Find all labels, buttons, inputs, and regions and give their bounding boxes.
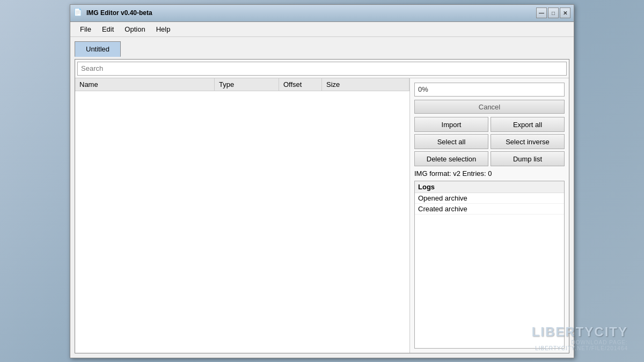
progress-value: 0% (418, 85, 428, 93)
col-header-type: Type (215, 78, 279, 91)
col-header-name: Name (75, 78, 215, 91)
cancel-button[interactable]: Cancel (414, 100, 565, 114)
title-bar: 📄 IMG Editor v0.40-beta — □ ✕ (70, 5, 574, 22)
close-button[interactable]: ✕ (560, 8, 570, 18)
col-header-size: Size (322, 78, 409, 91)
right-panel: 0% Cancel Import Export all Select all S… (410, 78, 569, 353)
menu-bar: File Edit Option Help (70, 22, 574, 37)
minimize-button[interactable]: — (536, 8, 547, 18)
main-window: 📄 IMG Editor v0.40-beta — □ ✕ File Edit … (70, 4, 574, 358)
progress-bar: 0% (414, 83, 565, 97)
img-info: IMG format: v2 Entries: 0 (414, 169, 565, 178)
maximize-button[interactable]: □ (548, 8, 559, 18)
logs-header: Logs (415, 181, 564, 193)
tab-untitled[interactable]: Untitled (75, 41, 121, 57)
panels-row: Name Type Offset Size 0% (75, 78, 569, 353)
app-icon: 📄 (74, 8, 83, 18)
delete-selection-button[interactable]: Delete selection (414, 151, 488, 166)
log-entry-0: Opened archive (415, 193, 564, 204)
content-area: Untitled Name Type Offset Siz (70, 37, 574, 358)
file-list-body (75, 91, 409, 353)
export-all-button[interactable]: Export all (491, 117, 565, 132)
main-panel: Name Type Offset Size 0% (75, 59, 569, 353)
menu-help[interactable]: Help (151, 23, 176, 35)
select-all-button[interactable]: Select all (414, 134, 488, 149)
file-list-panel: Name Type Offset Size (75, 78, 410, 353)
col-header-offset: Offset (279, 78, 322, 91)
logs-panel: Logs Opened archive Created archive (414, 181, 565, 349)
search-bar (75, 60, 569, 78)
select-inverse-button[interactable]: Select inverse (491, 134, 565, 149)
import-button[interactable]: Import (414, 117, 488, 132)
tabs-row: Untitled (75, 41, 569, 57)
window-controls: — □ ✕ (536, 8, 570, 18)
buttons-grid: Import Export all Select all Select inve… (414, 117, 565, 166)
search-input[interactable] (77, 62, 567, 76)
menu-option[interactable]: Option (119, 23, 150, 35)
log-entry-1: Created archive (415, 204, 564, 215)
menu-file[interactable]: File (75, 23, 97, 35)
file-list-header: Name Type Offset Size (75, 78, 409, 91)
menu-edit[interactable]: Edit (97, 23, 119, 35)
dump-list-button[interactable]: Dump list (491, 151, 565, 166)
window-title: IMG Editor v0.40-beta (86, 9, 536, 17)
